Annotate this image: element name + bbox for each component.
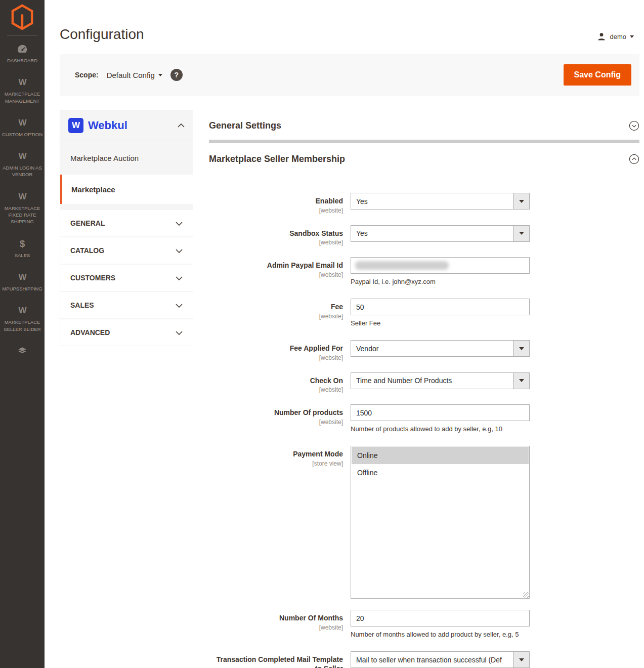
scope-switcher[interactable]: Default Config bbox=[107, 71, 162, 79]
dropdown-arrow-icon[interactable] bbox=[513, 341, 529, 356]
field-row-check-on: Check On[website]Time and Number Of Prod… bbox=[209, 372, 639, 394]
select-value: Yes bbox=[351, 226, 513, 241]
chevron-down-icon bbox=[176, 246, 183, 255]
sidebar-item-marketplace-management[interactable]: WMARKETPLACE MANAGEMENT bbox=[0, 70, 45, 111]
transaction-completed-mail-template-to-seller-select[interactable]: Mail to seller when transaction successf… bbox=[351, 651, 530, 668]
field-scope-label: [website] bbox=[209, 207, 343, 214]
field-row-transaction-completed-mail-template-to-seller: Transaction Completed Mail Template to S… bbox=[209, 651, 639, 668]
option-online[interactable]: Online bbox=[352, 447, 529, 464]
chevron-down-icon bbox=[176, 301, 183, 309]
chevron-down-icon bbox=[176, 274, 183, 282]
collapse-section-icon[interactable] bbox=[629, 154, 639, 164]
admin-content: Configuration demo Scope: Default Config… bbox=[45, 0, 644, 668]
field-row-admin-paypal-email-id: Admin Paypal Email Id[website]Paypal Id,… bbox=[209, 257, 639, 285]
field-label: Check On bbox=[209, 377, 343, 386]
fee-input[interactable] bbox=[351, 299, 530, 315]
field-help-text: Number of products allowed to add by sel… bbox=[351, 425, 530, 433]
sidebar-item-sales[interactable]: $SALES bbox=[0, 232, 45, 265]
sidebar-item-marketplace-fixed-rate-shipping[interactable]: WMARKETPLACE FIXED RATE SHIPPING bbox=[0, 185, 45, 232]
config-nav-section-customers[interactable]: CUSTOMERS bbox=[60, 265, 193, 291]
field-scope-label: [website] bbox=[209, 271, 343, 278]
save-config-button[interactable]: Save Config bbox=[564, 64, 631, 86]
field-row-number-of-months: Number Of Months[website]Number of month… bbox=[209, 610, 639, 638]
check-on-select[interactable]: Time and Number Of Products bbox=[351, 372, 530, 389]
webkul-icon: W bbox=[68, 118, 83, 133]
dropdown-arrow-icon[interactable] bbox=[513, 373, 529, 389]
chevron-down-icon bbox=[176, 328, 183, 337]
field-control: Mail to seller when transaction successf… bbox=[351, 651, 530, 668]
fee-applied-for-select[interactable]: Vendor bbox=[351, 340, 530, 357]
webkul-w-icon: W bbox=[18, 272, 26, 283]
field-label-block: Payment Mode[store view] bbox=[209, 446, 343, 599]
field-control: Number of months allowed to add product … bbox=[351, 610, 530, 638]
page-header: Configuration demo bbox=[45, 0, 644, 43]
config-nav-section-label: SALES bbox=[70, 301, 94, 309]
field-control: Seller Fee bbox=[351, 299, 530, 327]
expand-section-icon[interactable] bbox=[629, 120, 639, 131]
page-title: Configuration bbox=[60, 26, 144, 43]
webkul-w-icon: W bbox=[18, 191, 26, 202]
config-nav-item-marketplace[interactable]: Marketplace bbox=[60, 175, 193, 204]
enabled-select[interactable]: Yes bbox=[351, 193, 530, 210]
section-general-settings[interactable]: General Settings bbox=[209, 110, 639, 140]
magento-logo[interactable] bbox=[0, 0, 45, 35]
settings-form: Enabled[website]YesSandbox Status[websit… bbox=[209, 193, 639, 668]
sandbox-status-select[interactable]: Yes bbox=[351, 225, 530, 242]
sidebar-item-marketplace-seller-slider[interactable]: WMARKETPLACE SELLER SLIDER bbox=[0, 299, 45, 339]
field-row-number-of-products: Number Of products[website]Number of pro… bbox=[209, 404, 639, 433]
config-nav-section-label: CATALOG bbox=[70, 246, 104, 255]
field-label-block: Number Of Months[website] bbox=[209, 610, 343, 638]
resize-handle[interactable] bbox=[523, 592, 529, 598]
field-row-fee: Fee[website]Seller Fee bbox=[209, 299, 639, 327]
webkul-w-icon: W bbox=[18, 117, 26, 129]
config-nav-item-marketplace-auction[interactable]: Marketplace Auction bbox=[60, 141, 193, 175]
sidebar-item-label: DASHBOARD bbox=[7, 57, 37, 64]
user-icon bbox=[597, 32, 606, 41]
webkul-w-icon: W bbox=[18, 151, 26, 162]
option-offline[interactable]: Offline bbox=[352, 464, 529, 481]
config-nav-section-sales[interactable]: SALES bbox=[60, 292, 193, 318]
config-nav-section-advanced[interactable]: ADVANCED bbox=[60, 319, 193, 346]
sidebar-item-dashboard[interactable]: DASHBOARD bbox=[0, 37, 45, 70]
field-label: Fee Applied For bbox=[209, 344, 343, 353]
config-nav-section-catalog[interactable]: CATALOG bbox=[60, 237, 193, 264]
webkul-w-icon: W bbox=[18, 77, 26, 88]
dropdown-arrow-icon[interactable] bbox=[513, 226, 529, 241]
sidebar-item-layers[interactable] bbox=[0, 339, 45, 363]
field-control: Paypal Id, i.e. john@xyz.com bbox=[351, 257, 530, 285]
dropdown-arrow-icon[interactable] bbox=[513, 193, 529, 209]
sidebar-item-admin-login-as-vendor[interactable]: WADMIN LOGIN AS VENDOR bbox=[0, 144, 45, 185]
number-of-months-input[interactable] bbox=[351, 610, 530, 627]
layers-icon bbox=[16, 346, 28, 357]
webkul-logo: W Webkul bbox=[68, 118, 127, 133]
config-nav-section-label: ADVANCED bbox=[70, 328, 110, 337]
payment-mode-multiselect[interactable]: OnlineOffline bbox=[351, 446, 530, 599]
field-label: Transaction Completed Mail Template to S… bbox=[209, 655, 343, 668]
field-help-text: Seller Fee bbox=[351, 319, 530, 327]
config-nav-panel: W Webkul Marketplace AuctionMarketplace … bbox=[60, 110, 193, 346]
field-control: Yes bbox=[351, 225, 530, 246]
scope-toolbar: Scope: Default Config ? Save Config bbox=[60, 54, 639, 96]
magento-logo-icon bbox=[11, 4, 34, 30]
user-menu[interactable]: demo bbox=[597, 30, 634, 43]
admin-sidebar: DASHBOARDWMARKETPLACE MANAGEMENTWCUSTOM … bbox=[0, 0, 45, 668]
config-nav-section-label: CUSTOMERS bbox=[70, 274, 115, 282]
scope-help-icon[interactable]: ? bbox=[170, 69, 183, 81]
sidebar-item-label: MARKETPLACE MANAGEMENT bbox=[2, 91, 43, 104]
config-nav-vendor-header[interactable]: W Webkul bbox=[60, 110, 193, 141]
field-label: Fee bbox=[209, 303, 343, 312]
field-label: Payment Mode bbox=[209, 450, 343, 459]
field-label-block: Admin Paypal Email Id[website] bbox=[209, 257, 343, 285]
field-label: Number Of products bbox=[209, 408, 343, 418]
config-nav-items: Marketplace AuctionMarketplace bbox=[60, 141, 193, 204]
dropdown-arrow-icon[interactable] bbox=[513, 652, 529, 667]
field-scope-label: [website] bbox=[209, 354, 343, 361]
section-marketplace-seller-membership[interactable]: Marketplace Seller Membership bbox=[209, 143, 639, 173]
chevron-down-icon bbox=[158, 74, 162, 76]
sidebar-item-custom-option[interactable]: WCUSTOM OPTION bbox=[0, 111, 45, 144]
dollar-icon: $ bbox=[20, 238, 25, 249]
sidebar-item-mpupsshipping[interactable]: WMPUPSSHIPPING bbox=[0, 265, 45, 299]
config-nav-section-general[interactable]: GENERAL bbox=[60, 210, 193, 236]
number-of-products-input[interactable] bbox=[351, 404, 530, 421]
dashboard-icon bbox=[17, 44, 28, 55]
